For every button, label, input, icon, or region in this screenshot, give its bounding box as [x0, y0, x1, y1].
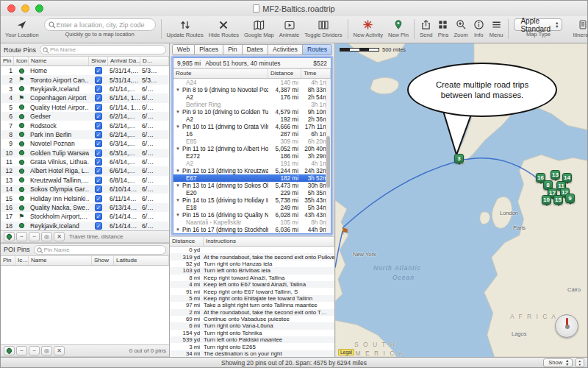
- poi-pins-body[interactable]: [1, 266, 169, 344]
- show-select[interactable]: Show ▲▼: [543, 358, 572, 367]
- show-checkbox[interactable]: ✓: [95, 177, 102, 184]
- route-pin-row[interactable]: 10Golden Tulip Warsaw✓6/3/14,…6/…: [1, 149, 169, 158]
- animate-button[interactable]: Animate: [279, 18, 300, 38]
- route-pin-row[interactable]: 12Albert Hotel Riga, L…✓6/6/14,…6/…: [1, 166, 169, 175]
- pins-button[interactable]: Pins: [437, 18, 448, 38]
- search-field[interactable]: [44, 18, 156, 31]
- route-pins-search-input[interactable]: [50, 46, 165, 53]
- direction-row[interactable]: 2 miAt the roundabout, take the second e…: [170, 309, 334, 316]
- zoom-window-button[interactable]: [35, 4, 43, 13]
- center-on-pin-button[interactable]: ◎: [41, 232, 52, 241]
- show-checkbox[interactable]: ✓: [95, 77, 102, 84]
- remove-pin-button[interactable]: −: [16, 232, 27, 241]
- route-row[interactable]: ▼Pin 14 to 15 (driving to Holiday Inn He…: [173, 197, 331, 204]
- map-pin-10[interactable]: 10: [542, 195, 551, 205]
- scrollbar-track[interactable]: [326, 79, 331, 233]
- direction-row[interactable]: 34 miThe destination is on your right: [170, 350, 334, 357]
- route-row[interactable]: 16287 mi6h 1m: [173, 130, 331, 138]
- route-pin-row[interactable]: 9Novotel Poznan✓6/3/14,…6/…: [1, 139, 169, 148]
- disclosure-triangle-icon[interactable]: ▼: [176, 198, 180, 202]
- new-activity-button[interactable]: New Activity: [354, 18, 383, 38]
- show-checkbox[interactable]: ✓: [95, 185, 102, 193]
- route-pin-row[interactable]: 1Home✓5/31/14,…5/3…: [1, 66, 169, 75]
- show-checkbox[interactable]: ✓: [95, 167, 102, 174]
- route-pins-body[interactable]: 1Home✓5/31/14,…5/3…2⚑Toronto Airport Can…: [1, 66, 169, 230]
- route-row[interactable]: ▼Pin 8 to 9 (driving to Novotel Poznan)4…: [173, 86, 331, 93]
- show-checkbox[interactable]: ✓: [95, 85, 102, 93]
- add-pin-button[interactable]: [4, 232, 15, 241]
- tab-web[interactable]: Web: [172, 44, 196, 55]
- hide-routes-button[interactable]: Hide Routes: [209, 18, 239, 38]
- delete-pin-button[interactable]: ✕: [54, 232, 65, 241]
- disclosure-triangle-icon[interactable]: ▼: [176, 146, 180, 151]
- show-checkbox[interactable]: ✓: [95, 213, 102, 220]
- legal-link[interactable]: Legal: [338, 349, 354, 355]
- map-pin-3[interactable]: 3: [454, 154, 464, 163]
- route-pin-row[interactable]: 14Sokos Olympia Gar…✓6/10/14…6/…: [1, 185, 169, 194]
- toggle-dividers-button[interactable]: Toggle Dividers: [304, 18, 342, 38]
- column-header[interactable]: D…: [140, 57, 169, 66]
- direction-row[interactable]: 3 miTurn right onto E265: [170, 343, 334, 350]
- disclosure-triangle-icon[interactable]: ▼: [176, 183, 180, 188]
- route-row[interactable]: A2192 mi2h 36m: [173, 116, 331, 123]
- show-checkbox[interactable]: ✓: [95, 195, 102, 202]
- direction-row[interactable]: 103 ydTurn left onto Brīvības iela: [170, 267, 334, 274]
- route-pin-row[interactable]: 8Park Inn Berlin✓6/2/14,…6/…: [1, 130, 169, 139]
- column-header[interactable]: Latitude: [114, 256, 169, 265]
- route-pin-row[interactable]: 16Quality Nacka, Swe…✓6/13/14…6/…: [1, 203, 169, 212]
- column-header[interactable]: Arrival Da…: [108, 57, 140, 66]
- route-pin-row[interactable]: 18Reykjavik,Iceland✓6/14/14…6/…: [1, 222, 169, 230]
- route-row[interactable]: E85309 mi6h 20m: [173, 138, 331, 145]
- route-row[interactable]: A24140 mi4h 1m: [173, 79, 331, 86]
- direction-row[interactable]: 69 miContinue onto Vabaduse puiestee: [170, 316, 334, 322]
- zoom-button[interactable]: Zoom: [453, 18, 467, 38]
- column-header[interactable]: Icon: [14, 57, 29, 66]
- route-row[interactable]: Naantali - Kapellskär105 mi8h 0m: [173, 219, 331, 226]
- new-pin-button[interactable]: New Pin: [388, 18, 409, 38]
- route-row[interactable]: E20229 mi5h 35m: [173, 189, 331, 197]
- direction-row[interactable]: 97 miTake a slight right turn onto Talli…: [170, 302, 334, 308]
- route-pin-row[interactable]: 2⚑Toronto Airport Can…✓5/31/14,…5/3…: [1, 75, 169, 84]
- disclosure-triangle-icon[interactable]: ▼: [176, 227, 180, 232]
- info-button[interactable]: Info: [473, 18, 484, 38]
- route-row[interactable]: ▼Pin 10 to 11 (driving to Grata Vilnius,…: [173, 123, 331, 130]
- disclosure-triangle-icon[interactable]: ▼: [176, 124, 180, 129]
- tab-pin[interactable]: Pin: [223, 44, 242, 55]
- close-window-button[interactable]: [7, 4, 15, 13]
- add-poi-button[interactable]: [4, 346, 15, 355]
- route-row[interactable]: ▼Pin 15 to 16 (driving to Quality Nacka,…: [173, 211, 331, 219]
- show-checkbox[interactable]: ✓: [95, 222, 102, 230]
- route-pin-row[interactable]: 6Gedser✓6/2/14,…6/…: [1, 112, 169, 121]
- column-header[interactable]: Name: [29, 57, 89, 66]
- show-checkbox[interactable]: ✓: [95, 140, 102, 147]
- disclosure-triangle-icon[interactable]: ▼: [176, 88, 180, 92]
- show-checkbox[interactable]: ✓: [95, 122, 102, 130]
- disclosure-triangle-icon[interactable]: ▼: [176, 110, 180, 114]
- route-row[interactable]: ▼Pin 11 to 12 (driving to Albert Hotel R…: [173, 145, 331, 152]
- direction-row[interactable]: 91 miKeep right onto E67 toward Tallinn,…: [170, 288, 334, 294]
- map-pin-9[interactable]: 9: [565, 194, 575, 203]
- route-row[interactable]: A2176 mi2h 54m: [173, 93, 331, 101]
- route-pin-row[interactable]: 7Rodstock✓6/2/14,…6/…: [1, 121, 169, 130]
- scrollbar-thumb[interactable]: [326, 136, 330, 188]
- your-location-button[interactable]: Your Location: [5, 18, 39, 38]
- route-pin-row[interactable]: 17⚑Stockholm Airport,…✓6/14/14…6/…: [1, 212, 169, 221]
- poi-pins-search[interactable]: [34, 245, 166, 255]
- minimize-window-button[interactable]: [21, 4, 29, 13]
- route-pin-row[interactable]: 5Quality Hotel Airpor…✓6/1/14, 1…6/…: [1, 103, 169, 112]
- draw-route-button[interactable]: ~: [29, 232, 40, 241]
- disclosure-triangle-icon[interactable]: ▼: [176, 169, 180, 173]
- direction-row[interactable]: 319 ydAt the roundabout, take the second…: [170, 253, 334, 260]
- direction-row[interactable]: 539 ydTurn left onto Paldiski maantee: [170, 336, 334, 343]
- column-header[interactable]: Pin: [1, 57, 14, 66]
- menu-button[interactable]: Menu: [490, 18, 503, 38]
- route-pin-row[interactable]: 4⚑Copenhagen Airport✓6/1/14, 1…6/…: [1, 93, 169, 102]
- column-header[interactable]: Distance: [268, 69, 301, 78]
- poi-pins-search-input[interactable]: [44, 247, 165, 253]
- draw-route-button[interactable]: ~: [29, 346, 40, 355]
- directions-body[interactable]: 0 yd319 ydAt the roundabout, take the se…: [170, 247, 334, 357]
- route-row[interactable]: ▼Pin 16 to 17 (driving to Stockholm Airp…: [173, 226, 331, 233]
- center-on-poi-button[interactable]: ◎: [41, 346, 52, 355]
- direction-row[interactable]: 5 miKeep right onto Ehitajate tee toward…: [170, 295, 334, 302]
- column-header[interactable]: Distance: [170, 237, 204, 246]
